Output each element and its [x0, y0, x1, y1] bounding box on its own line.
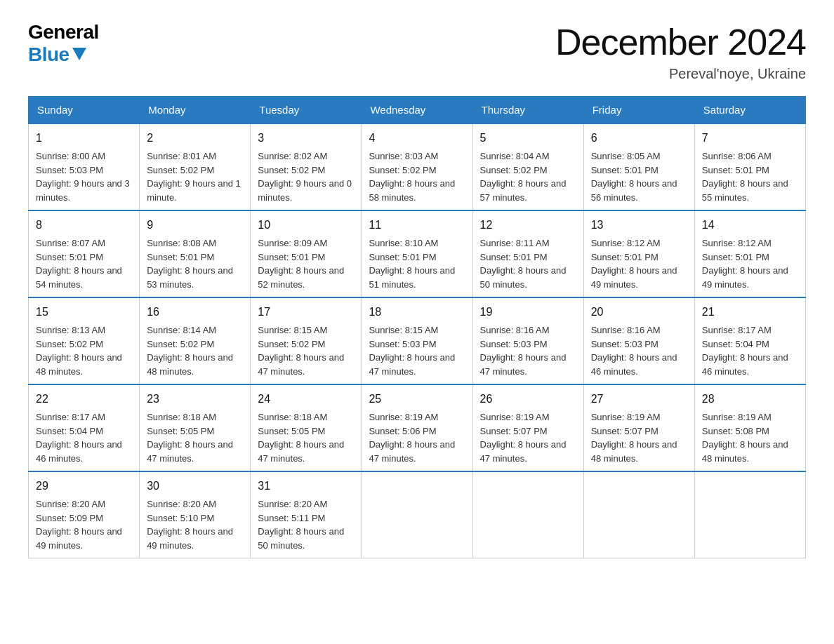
cell-content: 26 Sunrise: 8:19 AM Sunset: 5:07 PM Dayl…	[480, 391, 576, 465]
sunset-label: Sunset: 5:02 PM	[258, 339, 325, 349]
cell-content: 22 Sunrise: 8:17 AM Sunset: 5:04 PM Dayl…	[36, 391, 132, 465]
cell-content: 2 Sunrise: 8:01 AM Sunset: 5:02 PM Dayli…	[147, 130, 243, 204]
daylight-label: Daylight: 8 hours and 47 minutes.	[258, 439, 344, 464]
daylight-label: Daylight: 8 hours and 49 minutes.	[702, 265, 788, 290]
cell-content: 8 Sunrise: 8:07 AM Sunset: 5:01 PM Dayli…	[36, 217, 132, 291]
cell-content: 30 Sunrise: 8:20 AM Sunset: 5:10 PM Dayl…	[147, 478, 243, 552]
daylight-label: Daylight: 8 hours and 49 minutes.	[36, 526, 122, 551]
calendar-cell: 13 Sunrise: 8:12 AM Sunset: 5:01 PM Dayl…	[583, 210, 694, 297]
sunset-label: Sunset: 5:02 PM	[36, 339, 103, 349]
sunset-label: Sunset: 5:11 PM	[258, 513, 325, 523]
day-number: 5	[480, 130, 576, 147]
daylight-label: Daylight: 8 hours and 46 minutes.	[36, 439, 122, 464]
cell-content: 7 Sunrise: 8:06 AM Sunset: 5:01 PM Dayli…	[702, 130, 798, 204]
daylight-label: Daylight: 9 hours and 0 minutes.	[258, 178, 352, 203]
cell-content: 3 Sunrise: 8:02 AM Sunset: 5:02 PM Dayli…	[258, 130, 354, 204]
daylight-label: Daylight: 9 hours and 1 minute.	[147, 178, 241, 203]
sunset-label: Sunset: 5:01 PM	[258, 252, 325, 262]
daylight-label: Daylight: 8 hours and 47 minutes.	[369, 439, 455, 464]
sunrise-label: Sunrise: 8:19 AM	[369, 412, 438, 422]
daylight-label: Daylight: 8 hours and 56 minutes.	[591, 178, 677, 203]
daylight-label: Daylight: 8 hours and 50 minutes.	[258, 526, 344, 551]
day-number: 13	[591, 217, 687, 234]
cell-content: 6 Sunrise: 8:05 AM Sunset: 5:01 PM Dayli…	[591, 130, 687, 204]
logo-blue-text: Blue	[28, 43, 86, 66]
sunrise-label: Sunrise: 8:05 AM	[591, 151, 661, 161]
sunrise-label: Sunrise: 8:00 AM	[36, 151, 105, 161]
day-number: 31	[258, 478, 354, 495]
sunset-label: Sunset: 5:08 PM	[702, 426, 769, 436]
calendar-cell: 20 Sunrise: 8:16 AM Sunset: 5:03 PM Dayl…	[583, 297, 694, 384]
calendar-cell	[472, 471, 583, 558]
sunset-label: Sunset: 5:01 PM	[702, 165, 769, 175]
sunrise-label: Sunrise: 8:16 AM	[480, 325, 550, 335]
sunrise-label: Sunrise: 8:20 AM	[36, 499, 105, 509]
sunrise-label: Sunrise: 8:12 AM	[591, 238, 661, 248]
daylight-label: Daylight: 8 hours and 53 minutes.	[147, 265, 233, 290]
day-number: 11	[369, 217, 465, 234]
calendar-cell: 24 Sunrise: 8:18 AM Sunset: 5:05 PM Dayl…	[251, 384, 362, 471]
sunrise-label: Sunrise: 8:03 AM	[369, 151, 438, 161]
day-number: 1	[36, 130, 132, 147]
day-number: 29	[36, 478, 132, 495]
calendar-cell: 3 Sunrise: 8:02 AM Sunset: 5:02 PM Dayli…	[251, 123, 362, 210]
sunset-label: Sunset: 5:01 PM	[369, 252, 436, 262]
sunrise-label: Sunrise: 8:06 AM	[702, 151, 772, 161]
day-number: 4	[369, 130, 465, 147]
cell-content: 1 Sunrise: 8:00 AM Sunset: 5:03 PM Dayli…	[36, 130, 132, 204]
day-number: 26	[480, 391, 576, 408]
calendar-cell: 22 Sunrise: 8:17 AM Sunset: 5:04 PM Dayl…	[29, 384, 140, 471]
calendar-header-friday: Friday	[583, 97, 694, 124]
calendar-header-sunday: Sunday	[29, 97, 140, 124]
title-section: December 2024 Pereval'noye, Ukraine	[555, 21, 806, 82]
daylight-label: Daylight: 8 hours and 55 minutes.	[702, 178, 788, 203]
logo-triangle-icon	[72, 48, 86, 60]
calendar-cell	[694, 471, 805, 558]
daylight-label: Daylight: 8 hours and 48 minutes.	[147, 352, 233, 377]
sunrise-label: Sunrise: 8:12 AM	[702, 238, 772, 248]
sunrise-label: Sunrise: 8:01 AM	[147, 151, 216, 161]
cell-content: 12 Sunrise: 8:11 AM Sunset: 5:01 PM Dayl…	[480, 217, 576, 291]
calendar-cell: 14 Sunrise: 8:12 AM Sunset: 5:01 PM Dayl…	[694, 210, 805, 297]
calendar-cell: 2 Sunrise: 8:01 AM Sunset: 5:02 PM Dayli…	[140, 123, 251, 210]
cell-content: 19 Sunrise: 8:16 AM Sunset: 5:03 PM Dayl…	[480, 304, 576, 378]
calendar-cell: 4 Sunrise: 8:03 AM Sunset: 5:02 PM Dayli…	[362, 123, 472, 210]
cell-content: 28 Sunrise: 8:19 AM Sunset: 5:08 PM Dayl…	[702, 391, 798, 465]
calendar-cell: 21 Sunrise: 8:17 AM Sunset: 5:04 PM Dayl…	[694, 297, 805, 384]
calendar-table: SundayMondayTuesdayWednesdayThursdayFrid…	[28, 96, 806, 558]
sunset-label: Sunset: 5:07 PM	[480, 426, 548, 436]
daylight-label: Daylight: 8 hours and 48 minutes.	[591, 439, 677, 464]
day-number: 17	[258, 304, 354, 321]
daylight-label: Daylight: 8 hours and 58 minutes.	[369, 178, 455, 203]
calendar-week-3: 15 Sunrise: 8:13 AM Sunset: 5:02 PM Dayl…	[29, 297, 806, 384]
day-number: 16	[147, 304, 243, 321]
calendar-cell: 9 Sunrise: 8:08 AM Sunset: 5:01 PM Dayli…	[140, 210, 251, 297]
cell-content: 18 Sunrise: 8:15 AM Sunset: 5:03 PM Dayl…	[369, 304, 465, 378]
cell-content: 27 Sunrise: 8:19 AM Sunset: 5:07 PM Dayl…	[591, 391, 687, 465]
calendar-week-5: 29 Sunrise: 8:20 AM Sunset: 5:09 PM Dayl…	[29, 471, 806, 558]
sunrise-label: Sunrise: 8:19 AM	[591, 412, 661, 422]
daylight-label: Daylight: 8 hours and 49 minutes.	[147, 526, 233, 551]
sunrise-label: Sunrise: 8:19 AM	[480, 412, 550, 422]
logo: General Blue	[28, 21, 99, 66]
calendar-header-monday: Monday	[140, 97, 251, 124]
calendar-cell: 17 Sunrise: 8:15 AM Sunset: 5:02 PM Dayl…	[251, 297, 362, 384]
day-number: 15	[36, 304, 132, 321]
sunrise-label: Sunrise: 8:14 AM	[147, 325, 216, 335]
cell-content: 17 Sunrise: 8:15 AM Sunset: 5:02 PM Dayl…	[258, 304, 354, 378]
day-number: 14	[702, 217, 798, 234]
day-number: 23	[147, 391, 243, 408]
daylight-label: Daylight: 8 hours and 46 minutes.	[591, 352, 677, 377]
calendar-cell	[362, 471, 472, 558]
sunset-label: Sunset: 5:01 PM	[147, 252, 214, 262]
sunset-label: Sunset: 5:09 PM	[36, 513, 103, 523]
calendar-cell: 31 Sunrise: 8:20 AM Sunset: 5:11 PM Dayl…	[251, 471, 362, 558]
daylight-label: Daylight: 8 hours and 57 minutes.	[480, 178, 567, 203]
daylight-label: Daylight: 8 hours and 46 minutes.	[702, 352, 788, 377]
sunrise-label: Sunrise: 8:19 AM	[702, 412, 772, 422]
cell-content: 20 Sunrise: 8:16 AM Sunset: 5:03 PM Dayl…	[591, 304, 687, 378]
calendar-week-2: 8 Sunrise: 8:07 AM Sunset: 5:01 PM Dayli…	[29, 210, 806, 297]
cell-content: 14 Sunrise: 8:12 AM Sunset: 5:01 PM Dayl…	[702, 217, 798, 291]
sunrise-label: Sunrise: 8:13 AM	[36, 325, 105, 335]
calendar-week-4: 22 Sunrise: 8:17 AM Sunset: 5:04 PM Dayl…	[29, 384, 806, 471]
